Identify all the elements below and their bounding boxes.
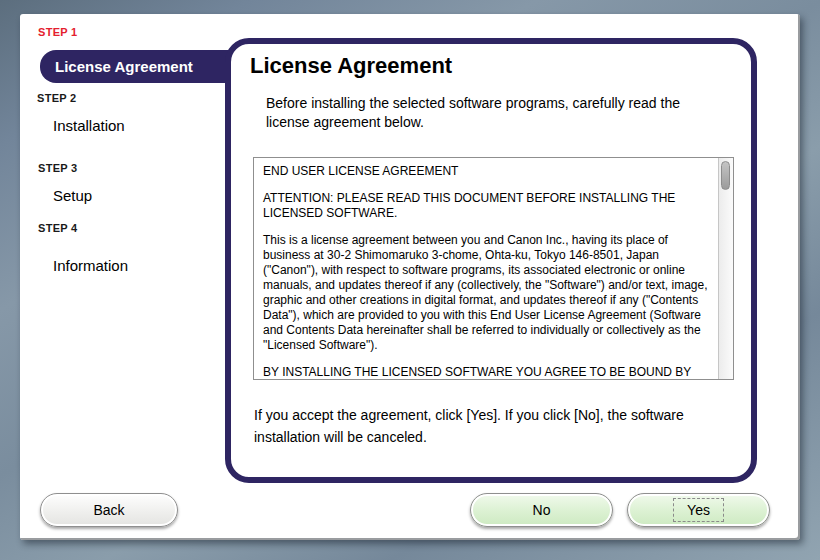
sidebar-item-setup: Setup bbox=[53, 187, 92, 204]
license-text: END USER LICENSE AGREEMENT ATTENTION: PL… bbox=[254, 158, 717, 379]
license-paragraph: ATTENTION: PLEASE READ THIS DOCUMENT BEF… bbox=[263, 191, 715, 221]
page-title: License Agreement bbox=[250, 53, 452, 79]
step-2-label: STEP 2 bbox=[37, 92, 77, 104]
license-paragraph: This is a license agreement between you … bbox=[263, 233, 715, 353]
no-button-label: No bbox=[533, 502, 551, 518]
installer-window: STEP 1 License Agreement STEP 2 Installa… bbox=[0, 0, 820, 560]
license-paragraph: END USER LICENSE AGREEMENT bbox=[263, 164, 715, 179]
step-1-label: STEP 1 bbox=[38, 26, 78, 38]
sidebar-item-license-agreement[interactable]: License Agreement bbox=[40, 50, 232, 83]
subtitle-text: Before installing the selected software … bbox=[266, 94, 696, 132]
sidebar-item-installation: Installation bbox=[53, 117, 125, 134]
vertical-scrollbar[interactable] bbox=[718, 158, 733, 379]
license-textarea[interactable]: END USER LICENSE AGREEMENT ATTENTION: PL… bbox=[253, 157, 734, 380]
no-button[interactable]: No bbox=[470, 493, 613, 527]
yes-button[interactable]: Yes bbox=[627, 493, 770, 527]
step-3-label: STEP 3 bbox=[38, 162, 78, 174]
step-4-label: STEP 4 bbox=[38, 222, 78, 234]
back-button[interactable]: Back bbox=[40, 493, 178, 527]
scrollbar-thumb[interactable] bbox=[721, 161, 730, 190]
sidebar-item-information: Information bbox=[53, 257, 128, 274]
instructions-text: If you accept the agreement, click [Yes]… bbox=[254, 404, 706, 448]
back-button-label: Back bbox=[93, 502, 124, 518]
sidebar-item-license-agreement-label: License Agreement bbox=[55, 58, 193, 75]
license-paragraph: BY INSTALLING THE LICENSED SOFTWARE YOU … bbox=[263, 365, 715, 379]
yes-button-focus-ring: Yes bbox=[673, 498, 724, 522]
